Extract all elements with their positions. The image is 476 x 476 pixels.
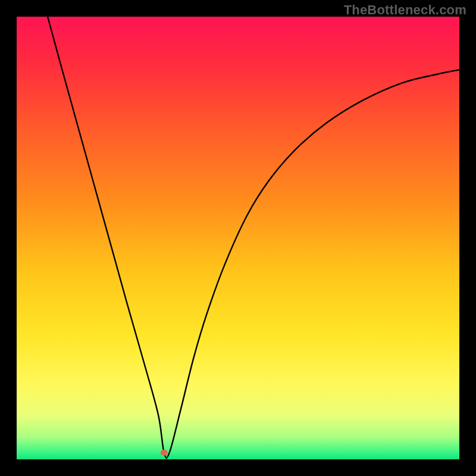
watermark-text: TheBottleneck.com <box>344 2 466 18</box>
optimum-marker <box>161 450 168 456</box>
gradient-background <box>17 17 459 459</box>
plot-area <box>17 17 459 459</box>
plot-svg <box>17 17 459 459</box>
chart-frame: TheBottleneck.com <box>0 0 476 476</box>
